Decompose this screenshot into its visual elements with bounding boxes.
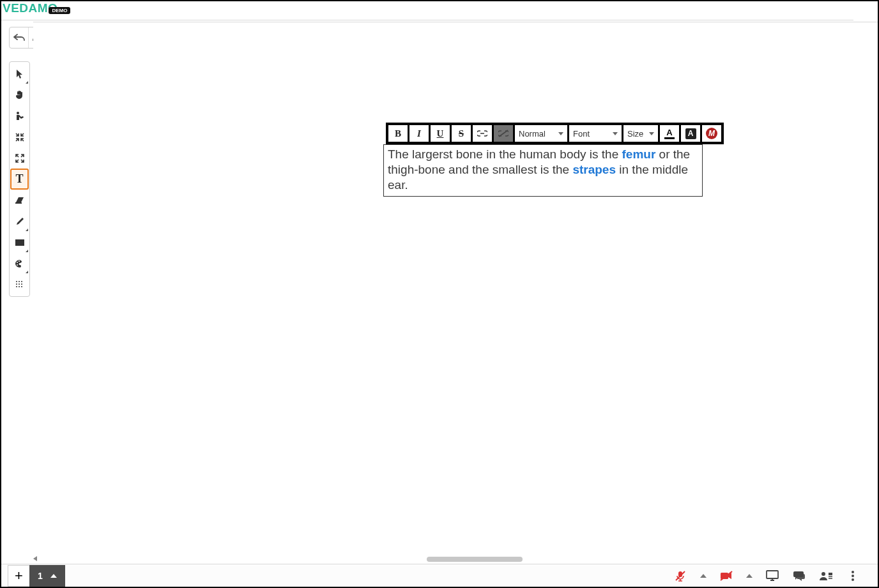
color-tool[interactable] xyxy=(10,253,29,274)
flyout-caret-icon xyxy=(26,271,28,273)
chevron-down-icon xyxy=(558,132,563,135)
undo-icon xyxy=(13,33,25,42)
pan-tool[interactable] xyxy=(10,84,29,105)
camera-off-icon xyxy=(720,571,733,581)
svg-point-4 xyxy=(19,260,20,262)
unlink-icon xyxy=(498,130,508,137)
size-select[interactable]: Size xyxy=(623,125,658,142)
page-number: 1 xyxy=(38,571,43,581)
underline-bar-icon xyxy=(664,137,675,139)
svg-rect-1 xyxy=(15,202,22,204)
flyout-caret-icon xyxy=(26,81,28,84)
camera-off-button[interactable] xyxy=(719,569,733,583)
style-label: Normal xyxy=(519,129,546,139)
svg-point-20 xyxy=(822,572,825,576)
paragraph-style-select[interactable]: Normal xyxy=(515,125,567,142)
underline-button[interactable]: U xyxy=(431,125,450,142)
session-controls xyxy=(673,569,878,583)
rectangle-icon xyxy=(15,239,24,246)
math-button[interactable]: M xyxy=(702,125,721,142)
unlink-button xyxy=(494,125,513,142)
link-button[interactable] xyxy=(473,125,492,142)
size-label: Size xyxy=(627,129,643,139)
svg-rect-21 xyxy=(829,573,832,575)
monitor-icon xyxy=(766,570,779,582)
flyout-caret-icon xyxy=(26,250,28,252)
grid-tool[interactable] xyxy=(10,274,29,295)
bottom-bar: + 1 xyxy=(1,564,878,587)
svg-point-22 xyxy=(852,571,854,573)
kebab-icon xyxy=(851,570,855,582)
horizontal-scrollbar[interactable] xyxy=(33,556,853,562)
chat-button[interactable] xyxy=(792,569,806,583)
svg-point-9 xyxy=(16,283,17,285)
shape-tool[interactable] xyxy=(10,232,29,253)
italic-button[interactable]: I xyxy=(409,125,429,142)
chevron-up-icon xyxy=(50,574,57,578)
svg-point-6 xyxy=(16,281,17,282)
brush-tool[interactable] xyxy=(10,211,29,232)
svg-point-3 xyxy=(17,262,18,263)
select-tool[interactable] xyxy=(10,63,29,84)
undo-button[interactable] xyxy=(10,27,29,48)
eraser-icon xyxy=(15,196,25,205)
svg-point-8 xyxy=(21,281,22,282)
presenter-tool[interactable] xyxy=(10,105,29,126)
svg-point-23 xyxy=(852,575,854,577)
eraser-tool[interactable] xyxy=(10,190,29,211)
scroll-left-icon xyxy=(33,556,37,561)
add-page-button[interactable]: + xyxy=(8,565,29,587)
text-color-button[interactable]: A xyxy=(660,125,679,142)
chevron-down-icon xyxy=(613,132,618,135)
chat-icon xyxy=(793,570,806,582)
header: VEDAMO DEMO xyxy=(3,1,70,19)
tool-palette: T xyxy=(9,61,30,297)
hand-icon xyxy=(15,90,25,100)
svg-point-13 xyxy=(19,286,20,287)
svg-point-7 xyxy=(19,281,20,282)
scroll-thumb[interactable] xyxy=(427,557,523,562)
chevron-down-icon xyxy=(649,132,654,135)
grid-icon xyxy=(15,280,24,289)
text-keyword: femur xyxy=(622,147,656,161)
brush-icon xyxy=(15,216,25,227)
svg-rect-2 xyxy=(15,239,24,246)
svg-point-5 xyxy=(17,264,18,266)
participants-icon xyxy=(819,571,833,581)
bg-color-button[interactable]: A xyxy=(681,125,700,142)
canvas[interactable] xyxy=(33,22,878,564)
text-box[interactable]: The largerst bone in the human body is t… xyxy=(383,144,703,197)
flyout-caret-icon xyxy=(26,229,28,231)
participants-button[interactable] xyxy=(819,569,833,583)
text-segment: The largerst bone in the human body is t… xyxy=(388,147,622,161)
text-tool[interactable]: T xyxy=(10,169,29,190)
bg-color-letter: A xyxy=(685,128,696,139)
more-button[interactable] xyxy=(846,569,860,583)
mic-menu-button[interactable] xyxy=(700,574,707,578)
mic-off-icon xyxy=(675,570,686,582)
font-select[interactable]: Font xyxy=(569,125,622,142)
bold-button[interactable]: B xyxy=(388,125,408,142)
mic-off-button[interactable] xyxy=(673,569,687,583)
strike-button[interactable]: S xyxy=(452,125,471,142)
text-format-toolbar: B I U S Normal Font Size A A M xyxy=(386,123,724,144)
presenter-icon xyxy=(15,111,25,121)
svg-rect-19 xyxy=(767,571,778,578)
arrows-in-icon xyxy=(15,133,24,142)
math-icon: M xyxy=(706,128,717,139)
text-keyword: strapes xyxy=(572,163,616,176)
page-selector[interactable]: 1 xyxy=(29,565,65,587)
screenshare-button[interactable] xyxy=(765,569,779,583)
svg-point-0 xyxy=(17,112,19,114)
fit-out-tool[interactable] xyxy=(10,147,29,169)
camera-menu-button[interactable] xyxy=(746,574,753,578)
arrows-out-icon xyxy=(15,154,24,163)
fit-in-tool[interactable] xyxy=(10,126,29,147)
svg-point-11 xyxy=(21,283,22,285)
pointer-icon xyxy=(15,69,24,79)
svg-point-24 xyxy=(852,578,854,581)
text-icon: T xyxy=(15,172,23,186)
svg-point-12 xyxy=(16,286,17,287)
demo-badge: DEMO xyxy=(49,7,70,14)
link-icon xyxy=(477,130,487,137)
